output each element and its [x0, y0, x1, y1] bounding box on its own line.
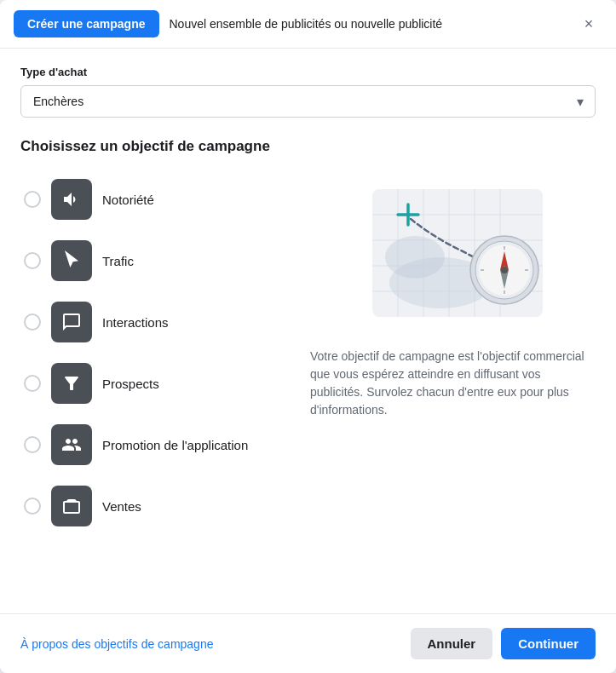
objective-notoriete[interactable]: Notoriété [20, 172, 293, 227]
objective-interactions[interactable]: Interactions [20, 295, 293, 349]
footer-buttons: Annuler Continuer [411, 628, 596, 659]
about-objectives-link[interactable]: À propos des objectifs de campagne [20, 637, 213, 651]
objective-promotion-label: Promotion de l'application [102, 438, 248, 452]
header-title: Nouvel ensemble de publicités ou nouvell… [170, 17, 566, 31]
radio-trafic[interactable] [24, 252, 41, 269]
purchase-type-label: Type d'achat [20, 66, 596, 78]
modal-body: Type d'achat Enchères ▾ Choisissez un ob… [0, 49, 616, 613]
cancel-button[interactable]: Annuler [411, 628, 493, 659]
objective-prospects-label: Prospects [102, 377, 159, 391]
radio-notoriete[interactable] [24, 191, 41, 208]
objective-trafic[interactable]: Trafic [20, 233, 293, 288]
create-campaign-tab[interactable]: Créer une campagne [14, 10, 159, 37]
content-area: Notoriété Trafic [20, 172, 596, 533]
purchase-type-select[interactable]: Enchères [20, 85, 596, 118]
modal-header: Créer une campagne Nouvel ensemble de pu… [0, 0, 616, 49]
campaign-illustration [347, 172, 560, 334]
radio-promotion[interactable] [24, 436, 41, 453]
objective-notoriete-label: Notoriété [102, 193, 154, 207]
people-icon [51, 424, 92, 465]
purchase-type-wrapper: Enchères ▾ [20, 85, 596, 118]
objective-promotion[interactable]: Promotion de l'application [20, 417, 293, 472]
objective-trafic-label: Trafic [102, 254, 134, 268]
campaign-modal: Créer une campagne Nouvel ensemble de pu… [0, 0, 616, 673]
objective-ventes-label: Ventes [102, 499, 141, 514]
objective-ventes[interactable]: Ventes [20, 479, 293, 533]
briefcase-icon [51, 486, 92, 526]
continue-button[interactable]: Continuer [501, 628, 596, 659]
close-button[interactable]: × [575, 10, 602, 37]
objective-prospects[interactable]: Prospects [20, 356, 293, 411]
radio-interactions[interactable] [24, 313, 41, 331]
svg-point-19 [501, 267, 508, 273]
objectives-list: Notoriété Trafic [20, 172, 293, 533]
illustration-area: Votre objectif de campagne est l'objecti… [310, 172, 596, 533]
objective-interactions-label: Interactions [102, 315, 169, 330]
radio-prospects[interactable] [24, 375, 41, 392]
cursor-icon [51, 240, 92, 281]
megaphone-icon [51, 179, 92, 220]
chat-icon [51, 302, 92, 342]
modal-footer: À propos des objectifs de campagne Annul… [0, 613, 616, 673]
section-title: Choisissez un objectif de campagne [20, 138, 596, 155]
svg-point-11 [385, 236, 445, 279]
campaign-description: Votre objectif de campagne est l'objecti… [310, 348, 596, 419]
radio-ventes[interactable] [24, 498, 41, 515]
funnel-icon [51, 363, 92, 404]
